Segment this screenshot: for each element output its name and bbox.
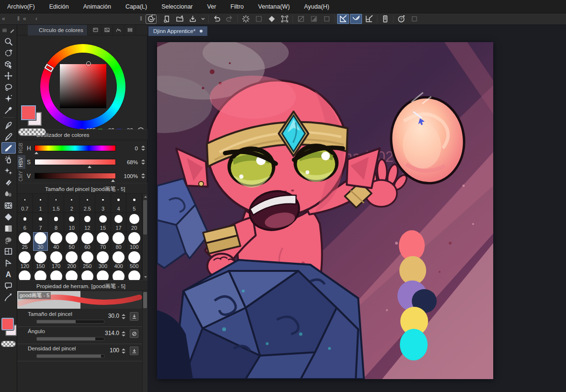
rotate-canvas-tool[interactable]: [1, 47, 16, 58]
csp-logo-button[interactable]: [146, 14, 157, 24]
correction-line-tool[interactable]: [1, 291, 16, 303]
sv-cursor[interactable]: [86, 61, 91, 66]
transparent-color-button[interactable]: [18, 128, 46, 136]
blend-tool[interactable]: [1, 188, 16, 200]
brush-stroke-preview[interactable]: good画笔 - 5: [17, 291, 147, 309]
brush-size-200[interactable]: 200: [64, 251, 80, 270]
document-tab[interactable]: Djinn Apprentice*: [148, 26, 207, 36]
taman-o-del-pincel-slider[interactable]: [36, 320, 104, 324]
scroll-thumb[interactable]: [143, 292, 147, 308]
move-layer-tool[interactable]: [1, 70, 16, 81]
text-tool[interactable]: A: [1, 269, 16, 280]
slider-marker[interactable]: [111, 179, 115, 182]
collapse-arrow-3[interactable]: ‹: [35, 15, 37, 22]
h-slider[interactable]: [34, 145, 116, 151]
brush-size-1.5[interactable]: 1.5: [48, 194, 64, 213]
brush-size-12[interactable]: 12: [80, 213, 96, 232]
brush-size-partial[interactable]: [126, 270, 142, 280]
brush-size-partial[interactable]: [80, 270, 96, 280]
color-mode-tab-rgb[interactable]: RGB: [17, 141, 25, 155]
menu-item-edicio-n[interactable]: Edición: [42, 0, 76, 13]
selection-pen-tool[interactable]: [1, 234, 16, 246]
pencil-tool[interactable]: [1, 131, 16, 142]
brush-size-scrollbar[interactable]: [142, 194, 147, 280]
collapse-arrow-1[interactable]: ‖: [17, 15, 20, 22]
brush-size-50[interactable]: 50: [64, 232, 80, 251]
snap-grid-button[interactable]: [363, 14, 375, 24]
brush-size-7[interactable]: 7: [33, 213, 49, 232]
approximate-color-tab[interactable]: [113, 25, 125, 35]
eyedropper-tool[interactable]: [1, 104, 16, 116]
menu-item-capa-l[interactable]: Capa(L): [118, 0, 154, 13]
scroll-thumb[interactable]: [143, 200, 147, 235]
help-button[interactable]: ?: [396, 14, 408, 24]
new-canvas-button[interactable]: [161, 14, 173, 24]
balloon-tool[interactable]: [1, 280, 16, 291]
dynamics-button[interactable]: [130, 312, 138, 321]
brush-size-3[interactable]: 3: [95, 194, 111, 213]
v-slider[interactable]: [34, 173, 116, 179]
color-wheel-tab[interactable]: Círculo de colores: [28, 25, 88, 35]
canvas-document[interactable]: mario02: [157, 42, 493, 379]
menu-item-animacio-n[interactable]: Animación: [76, 0, 118, 13]
menu-item-ver[interactable]: Ver: [200, 0, 224, 13]
open-file-button[interactable]: [174, 14, 186, 24]
crop-button[interactable]: [279, 14, 291, 24]
menu-item-seleccionar[interactable]: Seleccionar: [154, 0, 200, 13]
panel-menu-icon[interactable]: [19, 185, 25, 191]
figure-tool[interactable]: [1, 200, 16, 211]
brush-size-partial[interactable]: [17, 270, 33, 280]
snap-ruler-button[interactable]: [337, 14, 349, 24]
brush-size-partial[interactable]: [64, 270, 80, 280]
toolbox-menu-icon[interactable]: [1, 27, 8, 34]
scroll-up-arrow[interactable]: [143, 194, 148, 200]
collapse-arrow-2[interactable]: «: [23, 15, 26, 22]
save-button[interactable]: [187, 14, 199, 24]
saturation-value-square[interactable]: [60, 64, 106, 108]
slider-spinner[interactable]: [141, 146, 146, 151]
panel-menu-icon[interactable]: [19, 282, 25, 289]
deselect-button[interactable]: [240, 14, 252, 24]
menu-item-ayuda-h[interactable]: Ayuda(H): [297, 0, 337, 13]
collapse-arrow-4[interactable]: ‖: [140, 15, 142, 22]
scroll-down-arrow[interactable]: [143, 274, 148, 280]
brush-size-partial[interactable]: [95, 270, 111, 280]
brush-size-1[interactable]: 1: [33, 194, 49, 213]
snap-special-ruler-button[interactable]: [350, 14, 362, 24]
property-spinner[interactable]: [121, 314, 126, 319]
brush-size-10[interactable]: 10: [64, 213, 80, 232]
brush-size-30[interactable]: 30: [33, 232, 49, 251]
airbrush-tool[interactable]: [1, 154, 16, 165]
brush-size-70[interactable]: 70: [95, 232, 111, 251]
densidad-del-pincel-slider[interactable]: [36, 354, 104, 358]
panel-menu-icon[interactable]: [19, 27, 25, 33]
s-slider[interactable]: [34, 159, 116, 165]
decoration-tool[interactable]: [1, 165, 16, 177]
auto-select-tool[interactable]: [1, 93, 16, 104]
brush-size-40[interactable]: 40: [48, 232, 64, 251]
brush-size-partial[interactable]: [111, 270, 127, 280]
foreground-color-swatch-large[interactable]: [21, 105, 36, 120]
brush-size-17[interactable]: 17: [111, 213, 127, 232]
collapse-arrow-0[interactable]: «: [2, 15, 5, 22]
undo-button[interactable]: [211, 14, 223, 24]
brush-size-250[interactable]: 250: [80, 251, 96, 270]
brush-size-0.7[interactable]: 0.7: [17, 194, 33, 213]
menu-item-ventana-w[interactable]: Ventana(W): [251, 0, 297, 13]
operation-tool[interactable]: [1, 58, 16, 70]
color-history-tab[interactable]: [125, 25, 136, 35]
brush-size-150[interactable]: 150: [33, 251, 49, 270]
slider-spinner[interactable]: [141, 173, 146, 179]
menu-item-filtro[interactable]: Filtro: [223, 0, 251, 13]
brush-size-60[interactable]: 60: [80, 232, 96, 251]
fill-tool[interactable]: [1, 211, 16, 223]
brush-tool[interactable]: [1, 142, 16, 154]
brush-size-100[interactable]: 100: [126, 232, 142, 251]
brush-size-6[interactable]: 6: [17, 213, 33, 232]
brush-size-4[interactable]: 4: [111, 194, 127, 213]
pen-tool[interactable]: [1, 119, 16, 131]
brush-size-2[interactable]: 2: [64, 194, 80, 213]
eraser-tool[interactable]: [1, 177, 16, 188]
property-spinner[interactable]: [121, 331, 126, 336]
a-ngulo-slider[interactable]: [36, 337, 104, 341]
